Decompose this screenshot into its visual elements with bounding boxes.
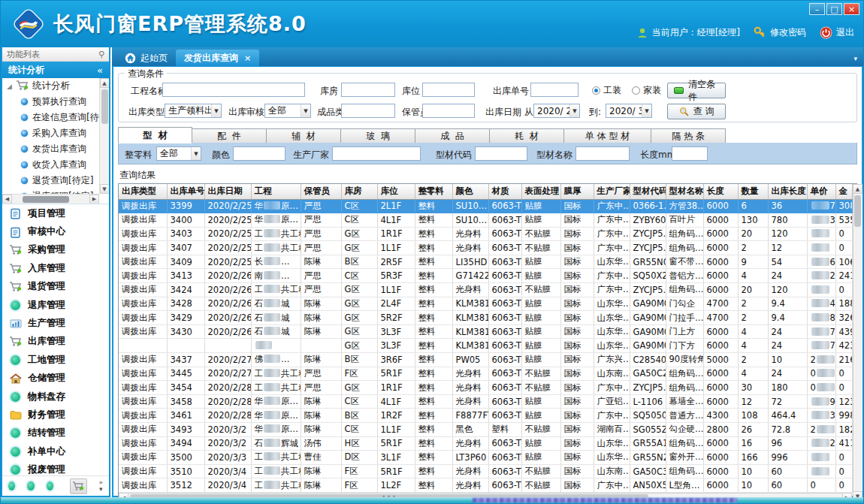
table-row[interactable]: 调拨出库34092020/2/25长…陈琳B区2R5F整料LI35HD6063-… [119,255,852,269]
tabbar-caret-icon[interactable]: ▾ [853,55,857,62]
scroll-left-icon[interactable]: ◀ [2,195,12,204]
material-tab-1[interactable]: 配 件 [192,128,267,143]
scroll-thumb[interactable] [854,195,861,227]
tree-item-receiving-inbound-query[interactable]: 收货入库查询 [2,157,99,173]
material-tab-2[interactable]: 辅 材 [267,128,341,143]
keeper-input[interactable] [422,104,475,118]
tree-expander-icon[interactable]: ◢ [7,83,12,90]
table-row[interactable]: 调拨出库34032020/2/25工共工程严思G区1R1F整料光身料6063-T… [119,227,852,241]
radio-gongzhuang[interactable]: 工装 [592,84,621,97]
column-header-0[interactable]: 出库类型 [119,184,167,199]
scroll-up-icon[interactable]: ▲ [100,78,110,88]
project-name-input[interactable] [162,83,305,97]
table-row[interactable]: 调拨出库34302020/2/26石城陈琳G区3L3F整料KLM38176063… [119,324,852,339]
tab-close-icon[interactable]: × [244,53,251,63]
outbound-no-input[interactable] [530,83,579,97]
sidebar-item-carryover-mgmt[interactable]: 结转管理 [2,424,109,442]
sidebar-item-inbound-mgmt[interactable]: 入库管理 [2,259,109,277]
column-header-6[interactable]: 库位 [377,184,415,199]
sidebar-item-audit-center[interactable]: 审核中心 [2,222,109,240]
scroll-down-icon[interactable]: ▼ [100,184,110,194]
scroll-right-icon[interactable]: ▶ [89,195,99,204]
column-header-19[interactable]: 金 [835,184,852,199]
sidebar-item-project-mgmt[interactable]: 项目管理 [2,204,109,222]
sidebar-item-purchase-mgmt[interactable]: 采购管理 [2,241,109,259]
scroll-thumb[interactable] [23,196,69,203]
table-row[interactable]: 调拨出库34932020/3/2华原…陈琳C区1L1F整料黑色塑料不贴膜国标湖南… [119,423,852,437]
material-tab-4[interactable]: 成 品 [415,128,490,143]
column-header-3[interactable]: 工程 [251,184,301,199]
sidebar-item-scrap-mgmt[interactable]: 报废管理 [2,460,109,475]
close-button[interactable]: × [844,3,859,15]
tab-home[interactable]: 起始页 [116,50,176,66]
material-tab-6[interactable]: 单 体 型 材 [564,128,651,143]
material-tab-7[interactable]: 隔 热 条 [651,128,726,143]
tree-item-budget-exec-query[interactable]: 预算执行查询 [2,94,99,110]
column-header-14[interactable]: 型材名称 [666,184,703,199]
scroll-thumb[interactable] [101,89,108,124]
color-input[interactable] [233,146,285,161]
tree-root-stats[interactable]: ◢统计分析 [2,78,99,94]
table-row[interactable]: 调拨出库34072020/2/25工共工程严思G区1L1F整料光身料6063-T… [119,241,852,255]
dot-icon[interactable] [27,481,34,490]
column-header-9[interactable]: 材质 [488,184,521,199]
table-row[interactable]: 调拨出库34132020/2/26南…严思C区5R3F整料G714226063-… [119,269,852,283]
change-password-button[interactable]: 修改密码 [754,26,806,39]
cart-button[interactable] [70,478,86,494]
tree-vertical-scrollbar[interactable]: ▲ ▼ [99,78,109,194]
column-header-2[interactable]: 出库日期 [204,184,251,199]
table-row[interactable]: 调拨出库34612020/2/28华原…陈琳B区1R2F整料F8877FT606… [119,409,852,423]
sidebar-item-finance-mgmt[interactable]: 财务管理 [2,406,109,424]
table-row[interactable]: 调拨出库34002020/2/25华原…严思C区4L1F整料SU10…6063-… [119,213,852,228]
pin-icon[interactable]: ⚲ [98,50,104,59]
table-row[interactable]: 调拨出库34582020/2/28华原…陈琳C区4L1F整料光身料6063-T5… [119,394,852,409]
column-header-8[interactable]: 颜色 [452,184,488,199]
scroll-up-icon[interactable]: ▲ [853,184,862,194]
material-tab-3[interactable]: 玻 璃 [341,128,415,143]
dot-icon[interactable] [8,481,15,490]
column-header-1[interactable]: 出库单号 [167,184,204,199]
sidebar-item-outbound-mgmt[interactable]: 出库管理 [2,333,109,351]
minimize-button[interactable]: – [809,3,825,15]
tree-horizontal-scrollbar[interactable]: ◀ ▶ [2,194,99,204]
column-header-5[interactable]: 库房 [341,184,377,199]
table-row[interactable]: 调拨出库34452020/2/27工共工程严思F区5R1F整料光身料6063-T… [119,367,852,381]
grid-vertical-scrollbar[interactable]: ▲ ▼ [853,184,862,501]
table-row[interactable]: 调拨出库35102020/3/4工共工程陈琳F区5R1F整料光身料6063-T5… [119,464,852,478]
column-header-13[interactable]: 型材代码 [630,184,666,199]
clear-conditions-button[interactable]: 清空条件 [667,83,726,98]
tab-shipping-outbound-query[interactable]: 发货出库查询 × [176,50,259,66]
tree-item-shipping-outbound-query[interactable]: 发货出库查询 [2,141,99,157]
dot-icon[interactable] [47,481,53,490]
column-header-4[interactable]: 保管员 [301,184,341,199]
collapse-icon[interactable]: « [97,65,103,76]
column-header-15[interactable]: 长度 [703,184,738,199]
table-row[interactable]: 调拨出库35002020/3/3工共工程曹佳D区3L1F整料LT3P606063… [119,451,852,465]
sidebar-item-production-mgmt[interactable]: 生产管理 [2,314,109,332]
column-header-7[interactable]: 整零料 [415,184,452,199]
table-row[interactable]: 调拨出库35122020/3/4工共工程陈琳F区1L2F整料光身料6063-T5… [119,478,852,493]
sidebar-item-material-inventory[interactable]: 物料盘存 [2,388,109,406]
outbound-type-select[interactable]: 生产领料出库▼ [165,104,222,118]
profile-code-input[interactable] [475,146,527,161]
table-row[interactable]: 调拨出库34942020/3/2石辉城汤伟H区5R1F整料光身料6063-T5贴… [119,436,852,451]
whole-part-select[interactable]: 全部▼ [156,146,201,161]
search-button[interactable]: 查 询 [667,104,726,119]
warehouse-input[interactable] [341,83,395,97]
column-header-11[interactable]: 膜厚 [560,184,594,199]
table-row[interactable]: 调拨出库34292020/2/26石城陈琳G区5R2F整料KLM38176063… [119,311,852,325]
length-input[interactable] [672,146,708,161]
sidebar-item-site-mgmt[interactable]: 工地管理 [2,351,109,369]
manufacturer-input[interactable] [332,146,421,161]
table-row[interactable]: G区3L3F整料KLM38176063-T5贴膜国标山东华…GA90M09.门下… [119,339,852,353]
tree-item-return-warehouse-query[interactable]: 退库管理[待定] [2,189,99,194]
product-type-input[interactable] [341,104,395,118]
date-to-select[interactable]: 2020/ 3/16▼ [606,104,652,118]
table-row[interactable]: 调拨出库34372020/2/27佛…陈琳B区3R6F整料PW056063-T5… [119,353,852,367]
material-tab-0[interactable]: 型 材 [118,127,192,143]
stats-group-header[interactable]: 统计分析 « [2,62,109,78]
table-row[interactable]: 调拨出库34282020/2/26石城陈琳G区2L4F整料KLM38176063… [119,297,852,311]
tree-item-in-transit-query[interactable]: 在途信息查询[待 [2,110,99,125]
sidebar-item-warehouse-mgmt[interactable]: 仓储管理 [2,370,109,388]
table-row[interactable]: 调拨出库34242020/2/26工共工程严思G区1L1F整料光身料6063-T… [119,283,852,297]
